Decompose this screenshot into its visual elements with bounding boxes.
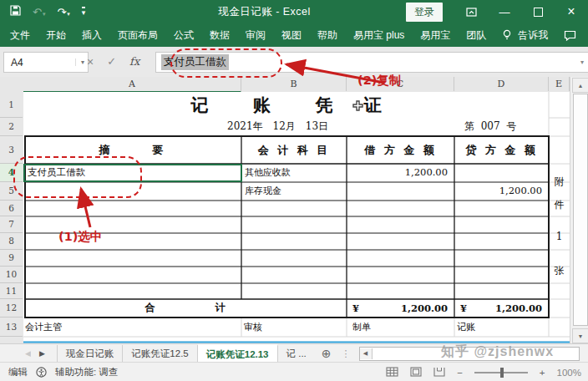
row-header-12[interactable]: 12 xyxy=(0,299,23,318)
page-break-view-icon[interactable] xyxy=(433,367,445,378)
column-header-b[interactable]: B xyxy=(241,77,347,91)
voucher-title[interactable]: 记 账 凭 证 xyxy=(23,93,549,118)
tab-home[interactable]: 开始 xyxy=(46,28,66,43)
undo-button[interactable]: ↶▾ xyxy=(33,7,45,18)
scroll-left-button[interactable]: ◀ xyxy=(360,348,373,359)
undo-icon: ↶ xyxy=(33,6,42,18)
maximize-icon xyxy=(534,8,543,17)
row-header-5[interactable]: 5 xyxy=(0,182,23,201)
redo-button[interactable]: ↷▾ xyxy=(57,7,69,18)
undo-caret-icon: ▾ xyxy=(43,11,46,17)
column-header-c[interactable]: C xyxy=(347,77,454,91)
tab-insert[interactable]: 插入 xyxy=(82,28,102,43)
signer-bookkeeper[interactable]: 记账 xyxy=(457,318,475,336)
row-header-3[interactable]: 3 xyxy=(0,136,23,164)
tab-page-layout[interactable]: 页面布局 xyxy=(118,28,158,43)
tab-data[interactable]: 数据 xyxy=(210,28,230,43)
sheet-tab-cash-journal[interactable]: 现金日记账 xyxy=(57,345,124,363)
row-header-8[interactable]: 8 xyxy=(0,233,23,250)
next-sheet-icon[interactable]: ▶ xyxy=(39,349,45,358)
row-header-4[interactable]: 4 xyxy=(0,164,23,182)
header-account[interactable]: 会 计 科 目 xyxy=(241,136,347,164)
tab-tell-me[interactable]: 告诉我 xyxy=(518,28,548,43)
voucher-date[interactable]: 2021年 12月 13日 xyxy=(227,119,328,134)
scroll-down-button[interactable]: ▼ xyxy=(572,328,588,343)
formula-input[interactable]: 支付员工借款 ▾ xyxy=(155,52,588,73)
zoom-level[interactable]: 100% xyxy=(557,368,581,378)
new-sheet-icon[interactable]: ⊕ xyxy=(315,347,338,360)
vertical-scroll-thumb[interactable] xyxy=(573,94,588,326)
tab-review[interactable]: 审阅 xyxy=(246,28,266,43)
sheet-tab-voucher-12-5[interactable]: 记账凭证12.5 xyxy=(123,345,197,363)
name-box[interactable]: A4 ▾ xyxy=(3,52,89,73)
tab-yiyongbao-plus[interactable]: 易用宝 plus xyxy=(353,28,404,43)
cancel-entry-icon[interactable]: × xyxy=(87,55,94,69)
tab-help[interactable]: 帮助 xyxy=(317,28,337,43)
row-header-7[interactable]: 7 xyxy=(0,216,23,233)
horizontal-scrollbar[interactable]: ◀ xyxy=(359,347,580,361)
cell-b4-account[interactable]: 其他应收款 xyxy=(245,164,291,181)
accessibility-status[interactable]: 辅助功能: 调查 xyxy=(55,366,118,378)
signer-preparer[interactable]: 制单 xyxy=(352,318,371,336)
ribbon-display-options-button[interactable] xyxy=(454,0,488,23)
row-header-6[interactable]: 6 xyxy=(0,201,23,216)
worksheet-area: 记 账 凭 证 2021年 12月 13日 第 007 号 摘 要 会 计 科 … xyxy=(23,92,570,343)
tab-team[interactable]: 团队 xyxy=(466,28,486,43)
page-layout-view-icon[interactable] xyxy=(410,367,422,378)
zoom-in-icon[interactable]: + xyxy=(540,368,545,378)
customize-qat-button[interactable]: ▾ xyxy=(82,7,86,17)
tab-view[interactable]: 视图 xyxy=(281,28,302,43)
formula-bar: A4 ▾ × ✓ fx 支付员工借款 ▾ xyxy=(0,47,588,78)
zoom-slider-thumb[interactable] xyxy=(500,368,504,378)
edit-mode-label: 编辑 xyxy=(8,366,28,378)
insert-function-icon[interactable]: fx xyxy=(129,55,139,68)
close-button[interactable]: × xyxy=(555,0,588,23)
row-header-13[interactable]: 13 xyxy=(0,318,23,337)
close-icon: × xyxy=(567,4,575,19)
row-header-2[interactable]: 2 xyxy=(0,118,23,136)
attachment-char-1: 附 xyxy=(549,175,570,189)
login-button[interactable]: 登录 xyxy=(406,3,443,22)
row-header-1[interactable]: 1 xyxy=(0,92,23,118)
zoom-slider[interactable] xyxy=(474,372,528,373)
vertical-scrollbar[interactable]: ▲ ▼ xyxy=(570,77,588,343)
normal-view-icon[interactable] xyxy=(386,367,398,378)
minimize-button[interactable]: — xyxy=(488,0,521,23)
cell-b5-account[interactable]: 库存现金 xyxy=(245,182,281,200)
save-icon[interactable] xyxy=(10,5,21,18)
voucher-number[interactable]: 第 007 号 xyxy=(464,119,516,134)
header-debit[interactable]: 借 方 金 额 xyxy=(347,136,454,164)
zoom-out-icon[interactable]: − xyxy=(457,368,463,378)
column-header-e[interactable]: E xyxy=(549,77,570,91)
scroll-up-button[interactable]: ▲ xyxy=(572,78,588,93)
tab-yiyongbao[interactable]: 易用宝 xyxy=(420,28,450,43)
total-credit-cell[interactable]: ¥ 1,200.00 xyxy=(454,299,549,317)
redo-icon: ↷ xyxy=(57,6,66,18)
column-header-d[interactable]: D xyxy=(454,77,549,91)
cell-a4-summary[interactable]: 支付员工借款 xyxy=(28,164,85,181)
title-bar: ↶▾ ↷▾ ▾ 现金日记账 - Excel 登录 — × xyxy=(0,0,588,23)
confirm-entry-icon[interactable]: ✓ xyxy=(107,55,116,68)
cell-c4-debit[interactable]: 1,200.00 xyxy=(347,164,448,181)
ribbon-tab-bar: 文件 开始 插入 页面布局 公式 数据 审阅 视图 帮助 易用宝 plus 易用… xyxy=(0,23,588,47)
row-header-11[interactable]: 11 xyxy=(0,283,23,299)
total-label[interactable]: 合 计 xyxy=(23,299,347,317)
comments-icon[interactable] xyxy=(564,30,576,41)
signer-accounting-manager[interactable]: 会计主管 xyxy=(25,318,62,336)
sheet-tab-voucher-12-13[interactable]: 记账凭证12.13 xyxy=(198,344,278,363)
cell-d5-credit[interactable]: 1,200.00 xyxy=(454,182,542,200)
row-header-10[interactable]: 10 xyxy=(0,267,23,283)
prev-sheet-icon[interactable]: ◀ xyxy=(25,349,31,358)
status-left: 编辑 辅助功能: 调查 xyxy=(0,366,118,378)
header-credit[interactable]: 贷 方 金 额 xyxy=(454,136,549,164)
header-summary[interactable]: 摘 要 xyxy=(23,136,241,164)
tab-formulas[interactable]: 公式 xyxy=(174,28,194,43)
signer-reviewer[interactable]: 审核 xyxy=(244,318,262,336)
total-debit-cell[interactable]: ¥ 1,200.00 xyxy=(347,299,454,317)
tab-file[interactable]: 文件 xyxy=(10,28,30,43)
quick-access-toolbar: ↶▾ ↷▾ ▾ xyxy=(0,5,123,18)
maximize-button[interactable] xyxy=(521,0,555,23)
sheet-tab-truncated[interactable]: 记 ... xyxy=(278,345,315,363)
column-header-a[interactable]: A xyxy=(23,77,241,93)
row-header-9[interactable]: 9 xyxy=(0,250,23,267)
